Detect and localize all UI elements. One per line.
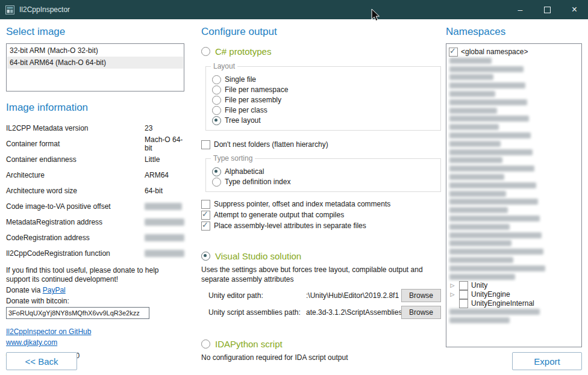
layout-option[interactable]: File per namespace <box>212 85 434 95</box>
radio-label: Type definition index <box>225 178 290 186</box>
github-link[interactable]: Il2CppInspector on GitHub <box>6 327 91 336</box>
website-link[interactable]: www.djkaty.com <box>6 338 57 347</box>
idapython-radio[interactable]: IDAPython script <box>201 337 441 350</box>
namespace-item-redacted[interactable] <box>449 308 579 317</box>
namespace-item-redacted[interactable] <box>449 140 579 148</box>
image-list-item[interactable]: 64-bit ARM64 (Mach-O 64-bit) <box>7 57 183 69</box>
close-button[interactable]: × <box>561 0 588 19</box>
checkbox-icon <box>459 281 468 290</box>
output-checkbox[interactable]: Place assembly-level attributes in separ… <box>201 220 441 231</box>
expander-icon[interactable]: ▷ <box>449 282 456 288</box>
namespace-item-redacted[interactable] <box>449 123 579 131</box>
sorting-option[interactable]: Type definition index <box>212 177 434 187</box>
namespace-item-redacted[interactable] <box>449 223 579 231</box>
visual-studio-radio[interactable]: Visual Studio solution <box>201 249 441 262</box>
namespace-item-global[interactable]: <global namespace> <box>449 47 579 57</box>
redacted-value <box>449 317 510 323</box>
info-row: ArchitectureARM64 <box>6 167 184 183</box>
layout-option[interactable]: Single file <box>212 75 434 84</box>
layout-option[interactable]: File per class <box>212 105 434 115</box>
namespace-item-redacted[interactable] <box>449 190 579 198</box>
namespace-item[interactable]: ▷UnityEngine <box>449 290 579 299</box>
checkbox-label: Place assembly-level attributes in separ… <box>214 222 366 230</box>
checkbox-icon <box>201 200 210 209</box>
namespace-item-redacted[interactable] <box>449 256 579 264</box>
expander-icon[interactable]: ▷ <box>449 291 456 297</box>
namespace-item-redacted[interactable] <box>449 273 579 281</box>
redacted-value <box>145 218 184 226</box>
checkbox-icon <box>459 299 468 308</box>
image-information-header: Image information <box>6 101 184 114</box>
image-listbox[interactable]: 32-bit ARM (Mach-O 32-bit)64-bit ARM64 (… <box>6 43 184 91</box>
namespace-item[interactable]: ▷Unity <box>449 281 579 290</box>
info-value: Mach-O 64-bit <box>145 135 184 152</box>
back-button[interactable]: << Back <box>6 352 77 370</box>
redacted-value <box>449 99 527 105</box>
namespace-item-redacted[interactable] <box>449 231 579 240</box>
redacted-value <box>449 74 493 80</box>
namespace-item-redacted[interactable] <box>449 90 579 98</box>
namespace-item-redacted[interactable] <box>449 214 579 223</box>
redacted-value <box>449 141 501 147</box>
namespace-item-redacted[interactable] <box>449 316 579 324</box>
idapython-description: No configuration required for IDA script… <box>201 353 441 362</box>
namespace-item-redacted[interactable] <box>449 164 579 173</box>
namespace-item-redacted[interactable] <box>449 264 579 273</box>
redacted-value <box>449 58 492 64</box>
namespace-item-redacted[interactable] <box>449 107 579 115</box>
namespace-item-redacted[interactable] <box>449 198 579 206</box>
export-button[interactable]: Export <box>512 352 582 370</box>
checkbox-icon <box>201 140 210 149</box>
namespace-item-redacted[interactable] <box>449 148 579 157</box>
namespace-item[interactable]: UnityEngineInternal <box>449 299 579 308</box>
namespace-item-redacted[interactable] <box>449 115 579 123</box>
info-label: Container format <box>6 140 145 148</box>
maximize-button[interactable] <box>534 0 561 19</box>
radio-icon <box>201 47 210 56</box>
donate-paypal-line: Donate via PayPal <box>6 285 184 295</box>
minimize-button[interactable]: – <box>507 0 534 19</box>
namespace-item-redacted[interactable] <box>449 57 579 65</box>
radio-label: Alphabetical <box>225 167 264 176</box>
title-bar[interactable]: Il2CppInspector – × <box>0 0 588 19</box>
info-value: Little <box>145 155 160 164</box>
csharp-prototypes-radio[interactable]: C# prototypes <box>201 45 441 58</box>
redacted-value <box>449 257 513 263</box>
layout-option[interactable]: File per assembly <box>212 95 434 105</box>
namespace-item-redacted[interactable] <box>449 206 579 214</box>
redacted-value <box>449 224 510 230</box>
browse-editor-button[interactable]: Browse <box>401 289 441 302</box>
redacted-value <box>449 309 540 315</box>
namespace-item-redacted[interactable] <box>449 131 579 140</box>
close-icon: × <box>572 4 577 15</box>
redacted-value <box>145 203 182 210</box>
paypal-link[interactable]: PayPal <box>43 286 66 294</box>
namespace-item-redacted[interactable] <box>449 81 579 90</box>
sorting-options: AlphabeticalType definition index <box>212 167 434 187</box>
browse-assemblies-button[interactable]: Browse <box>401 306 441 319</box>
select-image-panel: Select image 32-bit ARM (Mach-O 32-bit)6… <box>6 25 184 375</box>
output-checkbox[interactable]: Attempt to generate output that compiles <box>201 209 441 220</box>
namespace-item-redacted[interactable] <box>449 73 579 82</box>
namespace-item-redacted[interactable] <box>449 157 579 165</box>
checkbox-label: Suppress pointer, offset and index metad… <box>214 200 390 208</box>
namespaces-box[interactable]: <global namespace>▷Unity▷UnityEngineUnit… <box>446 43 582 347</box>
radio-icon <box>212 106 221 115</box>
maximize-icon <box>544 7 551 13</box>
namespace-item-redacted[interactable] <box>449 247 579 256</box>
sorting-option[interactable]: Alphabetical <box>212 167 434 176</box>
radio-label: Tree layout <box>225 116 261 125</box>
namespace-item-redacted[interactable] <box>449 181 579 190</box>
layout-option[interactable]: Tree layout <box>212 116 434 125</box>
namespace-item-redacted[interactable] <box>449 65 579 73</box>
bitcoin-address-input[interactable] <box>6 307 149 319</box>
namespace-item-redacted[interactable] <box>449 98 579 107</box>
checkbox-icon <box>459 290 468 299</box>
namespaces-header: Namespaces <box>446 25 582 39</box>
output-checkbox[interactable]: Suppress pointer, offset and index metad… <box>201 199 441 209</box>
namespace-item-redacted[interactable] <box>449 173 579 181</box>
flatten-checkbox[interactable]: Don't nest folders (flatten hierarchy) <box>201 139 441 150</box>
namespace-item-redacted[interactable] <box>449 240 579 248</box>
donate-via-label: Donate via <box>6 286 43 294</box>
image-list-item[interactable]: 32-bit ARM (Mach-O 32-bit) <box>7 45 183 57</box>
